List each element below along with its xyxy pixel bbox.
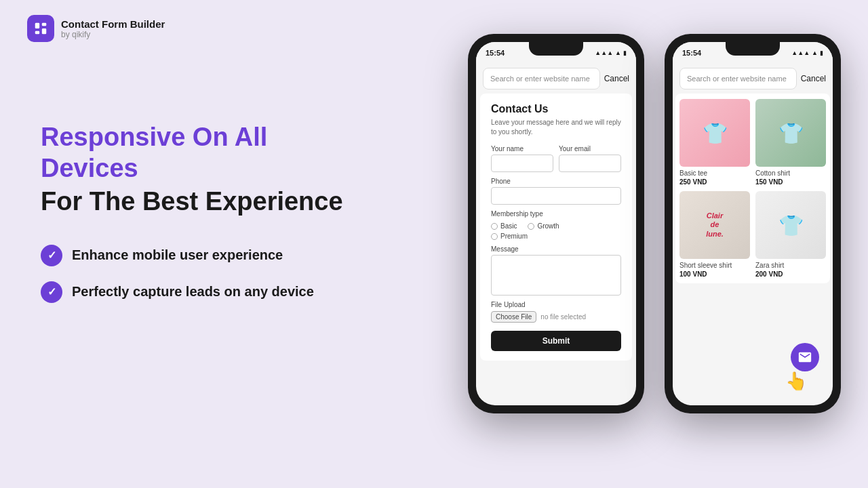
product-item-4[interactable]: 👕 Zara shirt 200 VND bbox=[755, 191, 826, 278]
product-img-3: Clairdelune. bbox=[679, 191, 750, 259]
phone-1-search-bar[interactable]: Search or enter website name Cancel bbox=[483, 68, 629, 89]
cf-subtitle: Leave your message here and we will repl… bbox=[491, 118, 621, 137]
product-img-pink: 👕 bbox=[679, 99, 750, 167]
cf-file-row: Choose File no file selected bbox=[491, 311, 621, 323]
phone-2-time: 15:54 bbox=[682, 49, 701, 57]
product-name-2: Cotton shirt bbox=[755, 169, 826, 177]
signal-icon-2: ▲▲▲ bbox=[791, 49, 810, 56]
app-header: Contact Form Builder by qikify bbox=[27, 15, 165, 42]
phone-2-search-bar[interactable]: Search or enter website name Cancel bbox=[679, 68, 826, 89]
feature-text-2: Perfectly capture leads on any device bbox=[72, 284, 314, 300]
cf-radio-premium-btn[interactable] bbox=[491, 233, 498, 240]
cf-choose-file-btn[interactable]: Choose File bbox=[491, 311, 536, 323]
phone-2-screen: 15:54 ▲▲▲ ▲ ▮ Search or enter website na… bbox=[673, 42, 833, 405]
product-img-green: 👕 bbox=[755, 99, 826, 167]
phone-1-notch-bar: 15:54 ▲▲▲ ▲ ▮ bbox=[476, 42, 636, 64]
product-item-1[interactable]: 👕 Basic tee 250 VND bbox=[679, 99, 750, 186]
product-name-3: Short sleeve shirt bbox=[679, 262, 750, 269]
app-logo-icon bbox=[27, 15, 54, 42]
headline-purple: Responsive On All Devices bbox=[41, 122, 366, 184]
cf-message-input[interactable] bbox=[491, 255, 621, 296]
phone-1-notch bbox=[529, 42, 583, 56]
product-item-2[interactable]: 👕 Cotton shirt 150 VND bbox=[755, 99, 826, 186]
wifi-icon: ▲ bbox=[615, 49, 621, 56]
cf-message-field: Message bbox=[491, 245, 621, 296]
logo-text-block: Contact Form Builder by qikify bbox=[61, 18, 165, 39]
cf-file-label: File Upload bbox=[491, 301, 621, 308]
float-contact-btn[interactable] bbox=[791, 343, 819, 371]
cf-radio-growth-label: Growth bbox=[537, 222, 559, 230]
cf-phone-field: Phone bbox=[491, 178, 621, 205]
cf-radio-growth-btn[interactable] bbox=[528, 223, 534, 230]
phone-2: 15:54 ▲▲▲ ▲ ▮ Search or enter website na… bbox=[665, 34, 841, 413]
left-content: Responsive On All Devices For The Best E… bbox=[41, 122, 366, 318]
phone-1: 15:54 ▲▲▲ ▲ ▮ Search or enter website na… bbox=[468, 34, 644, 413]
cf-name-field: Your name bbox=[491, 145, 553, 172]
phone-2-cancel-btn[interactable]: Cancel bbox=[801, 74, 826, 83]
phone-2-notch bbox=[726, 42, 780, 56]
phone-1-time: 15:54 bbox=[486, 49, 505, 57]
phones-container: 15:54 ▲▲▲ ▲ ▮ Search or enter website na… bbox=[468, 34, 841, 413]
phone-2-search-input[interactable]: Search or enter website name bbox=[679, 68, 797, 89]
cf-membership-group: Membership type Basic Growth bbox=[491, 210, 621, 240]
svg-rect-2 bbox=[42, 28, 46, 34]
cf-phone-input[interactable] bbox=[491, 187, 621, 205]
cf-email-input[interactable] bbox=[559, 155, 621, 172]
app-title: Contact Form Builder bbox=[61, 18, 165, 30]
wifi-icon-2: ▲ bbox=[812, 49, 818, 56]
battery-icon-2: ▮ bbox=[820, 49, 823, 56]
cursor-hand: 👆 bbox=[785, 371, 807, 392]
cf-radio-premium[interactable]: Premium bbox=[491, 232, 528, 240]
cf-name-email-row: Your name Your email bbox=[491, 145, 621, 172]
feature-text-1: Enhance mobile user experience bbox=[72, 247, 283, 263]
product-img-white: 👕 bbox=[755, 191, 826, 259]
feature-item-2: Perfectly capture leads on any device bbox=[41, 281, 366, 303]
phone-1-cancel-btn[interactable]: Cancel bbox=[604, 74, 629, 83]
cf-radio-growth[interactable]: Growth bbox=[528, 222, 559, 230]
product-price-1: 250 VND bbox=[679, 178, 750, 186]
product-item-3[interactable]: Clairdelune. Short sleeve shirt 100 VND bbox=[679, 191, 750, 278]
cf-message-label: Message bbox=[491, 245, 621, 253]
cf-radio-row-2: Premium bbox=[491, 232, 621, 240]
mail-icon bbox=[797, 350, 812, 365]
headline-black: For The Best Experience bbox=[41, 186, 366, 218]
phone-1-screen: 15:54 ▲▲▲ ▲ ▮ Search or enter website na… bbox=[476, 42, 636, 405]
cf-name-label: Your name bbox=[491, 145, 553, 152]
signal-icon: ▲▲▲ bbox=[595, 49, 613, 56]
cf-radio-premium-label: Premium bbox=[500, 232, 528, 240]
product-img-4: 👕 bbox=[755, 191, 826, 259]
cf-submit-btn[interactable]: Submit bbox=[491, 331, 621, 351]
cf-membership-label: Membership type bbox=[491, 210, 621, 218]
cf-no-file-text: no file selected bbox=[540, 313, 586, 321]
cf-radio-basic-label: Basic bbox=[500, 222, 517, 230]
product-price-3: 100 VND bbox=[679, 270, 750, 278]
battery-icon: ▮ bbox=[623, 49, 627, 56]
app-subtitle: by qikify bbox=[61, 30, 165, 39]
logo-svg bbox=[33, 21, 48, 36]
cf-radio-row: Basic Growth bbox=[491, 222, 621, 230]
phone-1-search-input[interactable]: Search or enter website name bbox=[483, 68, 600, 89]
phone-2-notch-bar: 15:54 ▲▲▲ ▲ ▮ bbox=[673, 42, 833, 64]
cf-radio-basic-btn[interactable] bbox=[491, 223, 498, 230]
cf-name-input[interactable] bbox=[491, 155, 553, 172]
cf-email-field: Your email bbox=[559, 145, 621, 172]
check-icon-2 bbox=[41, 281, 62, 303]
check-icon-1 bbox=[41, 245, 62, 266]
cf-radio-basic[interactable]: Basic bbox=[491, 222, 517, 230]
cf-title: Contact Us bbox=[491, 103, 621, 115]
product-price-4: 200 VND bbox=[755, 270, 826, 278]
product-price-2: 150 VND bbox=[755, 178, 826, 186]
product-name-1: Basic tee bbox=[679, 169, 750, 177]
cf-phone-label: Phone bbox=[491, 178, 621, 185]
contact-form-container: Contact Us Leave your message here and w… bbox=[480, 94, 632, 361]
product-img-red: Clairdelune. bbox=[679, 191, 750, 259]
phone-2-status-icons: ▲▲▲ ▲ ▮ bbox=[791, 49, 823, 56]
phone-1-status-icons: ▲▲▲ ▲ ▮ bbox=[595, 49, 627, 56]
product-img-1: 👕 bbox=[679, 99, 750, 167]
svg-rect-3 bbox=[35, 31, 39, 35]
svg-rect-0 bbox=[35, 23, 39, 28]
product-img-2: 👕 bbox=[755, 99, 826, 167]
svg-rect-1 bbox=[42, 23, 46, 26]
shop-product-grid: 👕 Basic tee 250 VND 👕 Cotton shirt 150 V… bbox=[679, 94, 826, 283]
shop-screen: 👕 Basic tee 250 VND 👕 Cotton shirt 150 V… bbox=[675, 94, 830, 283]
